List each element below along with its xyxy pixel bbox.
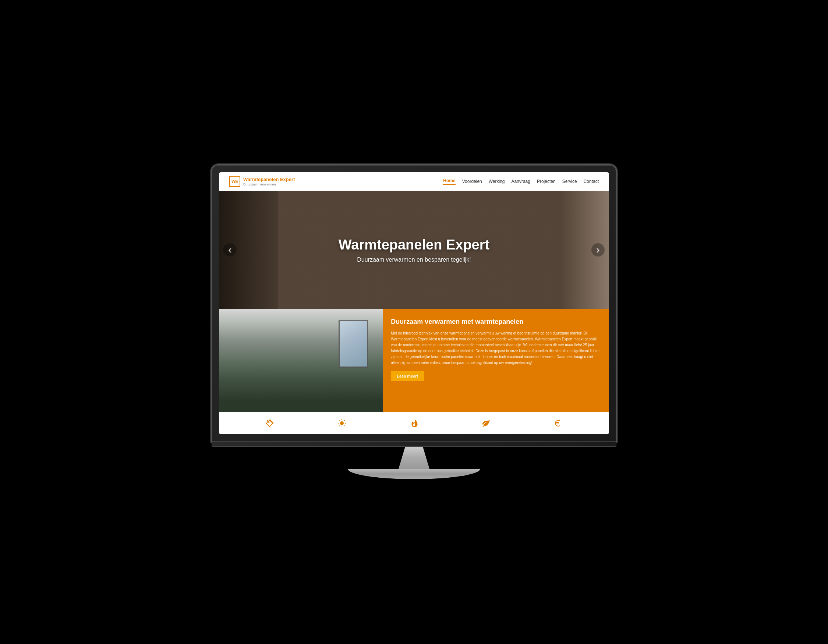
monitor-screen-inner: WE Warmtepanelen Expert Duurzaam verwarm… [219,172,609,434]
sun-icon [337,419,346,428]
nav-projecten[interactable]: Projecten [537,179,556,184]
icons-row [219,412,609,434]
tools-icon [265,419,274,428]
nav-service[interactable]: Service [562,179,577,184]
nav-home[interactable]: Home [443,178,455,185]
svg-line-7 [339,425,339,426]
fire-icon [409,419,419,428]
monitor-stand-base [348,469,480,479]
svg-line-5 [339,420,339,421]
carousel-next-button[interactable]: › [591,243,605,257]
logo-initials: WE [232,179,238,183]
logo-title: Warmtepanelen Expert [243,177,295,183]
nav-aanvraag[interactable]: Aanvraag [511,179,530,184]
lees-meer-button[interactable]: Lees meer! [391,371,424,381]
info-card-body: Met de infrarood techniek van onze warmt… [391,331,601,366]
logo-subtitle: Duurzaam verwarmen [243,183,295,186]
svg-line-6 [344,425,345,426]
euro-icon [554,419,563,428]
info-card-title: Duurzaam verwarmen met warmtepanelen [391,318,601,326]
monitor: WE Warmtepanelen Expert Duurzaam verwarm… [212,165,616,479]
navbar: WE Warmtepanelen Expert Duurzaam verwarm… [219,172,609,191]
hero-title: Warmtepanelen Expert [339,237,489,253]
logo-box: WE [229,176,240,187]
nav-werking[interactable]: Werking [489,179,505,184]
leaf-icon [482,419,491,428]
logo-area: WE Warmtepanelen Expert Duurzaam verwarm… [229,176,295,187]
photo-window [339,320,368,368]
content-section: Duurzaam verwarmen met warmtepanelen Met… [219,309,609,412]
nav-voordelen[interactable]: Voordelen [462,179,482,184]
monitor-stand-neck [392,447,436,469]
nav-contact[interactable]: Contact [583,179,599,184]
logo-text-area: Warmtepanelen Expert Duurzaam verwarmen [243,177,295,186]
svg-point-0 [340,421,344,425]
monitor-bottom-bar [212,442,616,447]
svg-line-8 [344,420,345,421]
interior-photo [219,309,383,412]
hero-section: ‹ Warmtepanelen Expert Duurzaam verwarme… [219,191,609,309]
monitor-screen-outer: WE Warmtepanelen Expert Duurzaam verwarm… [212,165,616,442]
info-card: Duurzaam verwarmen met warmtepanelen Met… [383,309,609,412]
hero-subtitle: Duurzaam verwarmen en besparen tegelijk! [339,257,489,263]
hero-content: Warmtepanelen Expert Duurzaam verwarmen … [339,237,489,263]
carousel-prev-button[interactable]: ‹ [223,243,237,257]
nav-links: Home Voordelen Werking Aanvraag Projecte… [443,178,599,185]
